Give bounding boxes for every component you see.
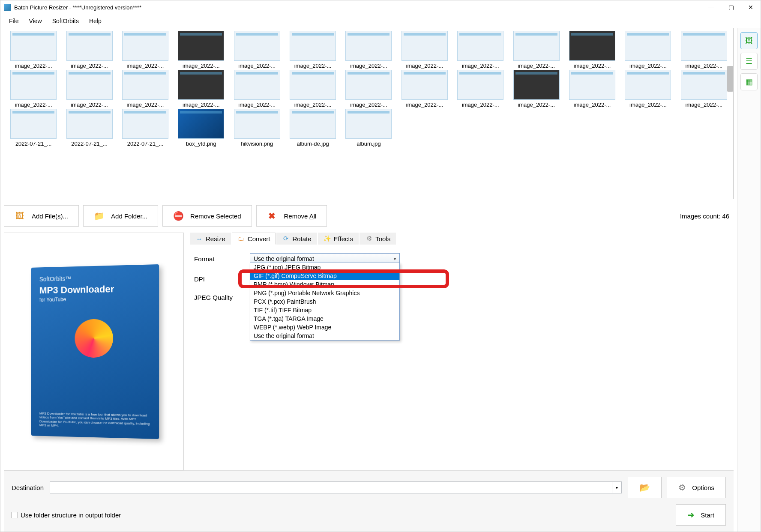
format-option[interactable]: JPG (*.jpg) JPEG Bitmap: [250, 263, 399, 272]
view-list-button[interactable]: ☰: [740, 53, 758, 70]
thumbnail-item[interactable]: image_2022-...: [119, 31, 172, 69]
thumbnail-label: image_2022-...: [462, 63, 499, 69]
thumbnail-item[interactable]: image_2022-...: [621, 70, 674, 108]
thumbnail-item[interactable]: image_2022-...: [621, 31, 674, 69]
menu-file[interactable]: File: [4, 16, 24, 26]
list-icon: ☰: [746, 57, 752, 66]
thumbnail-image: [457, 31, 503, 61]
thumbnail-image: [290, 70, 336, 100]
window-controls: — ▢ ✕: [701, 0, 761, 14]
thumbnail-item[interactable]: image_2022-...: [398, 31, 451, 69]
app-icon: [4, 4, 11, 11]
thumbnail-label: image_2022-...: [294, 63, 332, 69]
thumbnail-item[interactable]: image_2022-...: [342, 31, 395, 69]
tab-rotate[interactable]: ⟳Rotate: [276, 233, 317, 245]
format-option[interactable]: PNG (*.png) Portable Network Graphics: [250, 289, 399, 297]
thumbnail-label: image_2022-...: [462, 102, 499, 108]
table-icon: ▦: [746, 77, 753, 87]
tab-convert[interactable]: 🗂Convert: [232, 233, 276, 245]
maximize-button[interactable]: ▢: [721, 0, 741, 14]
format-option[interactable]: GIF (*.gif) CompuServe Bitmap: [250, 272, 399, 280]
start-button[interactable]: ➜Start: [676, 504, 726, 526]
thumbnail-item[interactable]: image_2022-...: [174, 70, 228, 108]
tab-effects[interactable]: ✨Effects: [318, 233, 359, 245]
thumbnail-label: image_2022-...: [350, 63, 387, 69]
format-option[interactable]: TGA (*.tga) TARGA Image: [250, 314, 399, 323]
remove-selected-button[interactable]: ⛔ Remove Selected: [162, 205, 252, 227]
thumbnail-image: [178, 31, 224, 61]
menu-softorbits[interactable]: SoftOrbits: [47, 16, 84, 26]
jpeg-quality-label: JPEG Quality: [194, 294, 250, 301]
preview-desc: MP3 Downloader for YouTube is a free too…: [39, 411, 150, 430]
format-option[interactable]: WEBP (*.webp) WebP Image: [250, 323, 399, 332]
settings-tabs: ↔Resize 🗂Convert ⟳Rotate ✨Effects ⚙Tools: [190, 233, 734, 245]
thumbnail-item[interactable]: image_2022-...: [454, 70, 507, 108]
thumbnail-item[interactable]: album-de.jpg: [286, 109, 339, 147]
destination-input[interactable]: [50, 481, 612, 493]
format-option[interactable]: TIF (*.tif) TIFF Bitmap: [250, 306, 399, 314]
menu-view[interactable]: View: [24, 16, 47, 26]
tab-resize[interactable]: ↔Resize: [190, 233, 231, 245]
format-dropdown[interactable]: JPG (*.jpg) JPEG BitmapGIF (*.gif) Compu…: [250, 263, 400, 341]
remove-all-button[interactable]: ✖ Remove All: [256, 205, 327, 227]
thumbnail-item[interactable]: image_2022-...: [509, 31, 563, 69]
thumbnail-item[interactable]: 2022-07-21_...: [119, 109, 172, 147]
thumbnail-item[interactable]: box_ytd.png: [174, 109, 228, 147]
thumbnail-item[interactable]: image_2022-...: [231, 70, 284, 108]
thumbnail-label: box_ytd.png: [186, 140, 216, 147]
thumbnail-item[interactable]: image_2022-...: [509, 70, 563, 108]
thumbnail-item[interactable]: image_2022-...: [119, 70, 172, 108]
thumbnail-item[interactable]: image_2022-...: [677, 31, 731, 69]
thumbnail-item[interactable]: hikvision.png: [231, 109, 284, 147]
thumbnail-item[interactable]: image_2022-...: [566, 70, 619, 108]
thumbnail-item[interactable]: image_2022-...: [398, 70, 451, 108]
thumbnail-item[interactable]: album.jpg: [342, 109, 395, 147]
window-title: Batch Picture Resizer - ****Unregistered…: [14, 4, 701, 11]
remove-icon: ⛔: [173, 211, 183, 221]
thumbnail-label: hikvision.png: [241, 140, 273, 147]
thumbnail-item[interactable]: image_2022-...: [677, 70, 731, 108]
titlebar: Batch Picture Resizer - ****Unregistered…: [0, 0, 761, 14]
menu-help[interactable]: Help: [84, 16, 107, 26]
thumbnail-item[interactable]: image_2022-...: [286, 70, 339, 108]
thumbnails-scrollbar[interactable]: [727, 66, 733, 92]
view-thumbnails-button[interactable]: 🖼: [740, 32, 758, 49]
thumbnail-image: [513, 70, 560, 100]
close-button[interactable]: ✕: [741, 0, 761, 14]
thumbnail-item[interactable]: image_2022-...: [454, 31, 507, 69]
thumbnails-panel[interactable]: image_2022-...image_2022-...image_2022-.…: [4, 28, 734, 199]
resize-icon: ↔: [195, 235, 203, 242]
format-option[interactable]: BMP (*.bmp) Windows Bitmap: [250, 280, 399, 289]
tab-tools[interactable]: ⚙Tools: [360, 233, 396, 245]
use-folder-structure-checkbox[interactable]: Use folder structure in output folder: [12, 511, 121, 519]
thumbnail-item[interactable]: image_2022-...: [566, 31, 619, 69]
destination-label: Destination: [12, 484, 44, 491]
preview-product-sub: for YouTube: [39, 295, 150, 302]
options-button[interactable]: ⚙Options: [667, 477, 726, 498]
minimize-button[interactable]: —: [701, 0, 721, 14]
remove-all-label: Remove All: [284, 212, 317, 220]
thumbnail-item[interactable]: image_2022-...: [231, 31, 284, 69]
add-files-button[interactable]: 🖼 Add File(s)...: [4, 205, 79, 227]
thumbnail-item[interactable]: image_2022-...: [174, 31, 228, 69]
format-selected: Use the original format: [254, 255, 314, 262]
add-folder-button[interactable]: 📁 Add Folder...: [83, 205, 158, 227]
thumbnail-item[interactable]: image_2022-...: [286, 31, 339, 69]
thumbnail-item[interactable]: image_2022-...: [63, 31, 116, 69]
thumbnail-label: image_2022-...: [294, 102, 332, 108]
thumbnail-item[interactable]: image_2022-...: [7, 70, 60, 108]
thumbnail-image: [234, 31, 280, 61]
format-option[interactable]: Use the original format: [250, 332, 399, 340]
destination-dropdown-button[interactable]: ▾: [612, 481, 622, 493]
thumbnail-item[interactable]: image_2022-...: [342, 70, 395, 108]
thumbnail-item[interactable]: image_2022-...: [63, 70, 116, 108]
thumbnail-item[interactable]: 2022-07-21_...: [63, 109, 116, 147]
format-option[interactable]: PCX (*.pcx) PaintBrush: [250, 297, 399, 306]
view-table-button[interactable]: ▦: [740, 73, 758, 90]
thumbnail-item[interactable]: 2022-07-21_...: [7, 109, 60, 147]
thumbnail-item[interactable]: image_2022-...: [7, 31, 60, 69]
thumbnail-image: [290, 31, 336, 61]
browse-button[interactable]: 📂: [628, 477, 662, 498]
thumbnail-image: [569, 31, 615, 61]
thumbnail-label: image_2022-...: [518, 63, 555, 69]
